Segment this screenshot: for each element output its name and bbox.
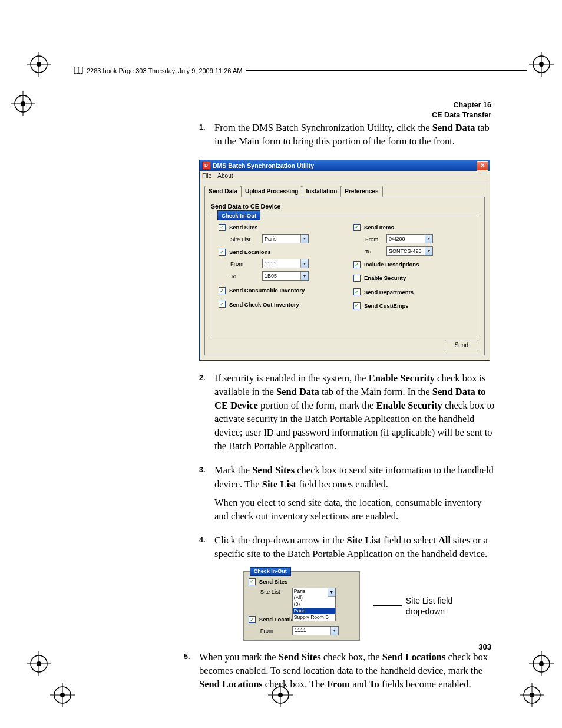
label-include-desc: Include Descriptions	[364, 261, 419, 268]
book-header-text: 2283.book Page 303 Thursday, July 9, 200…	[87, 67, 242, 74]
site-list-dropdown-open[interactable]: ▼ Paris (All) (0) Paris Supply Room B	[292, 588, 336, 621]
menu-about[interactable]: About	[217, 173, 233, 179]
right-column: ✓ Send Items From 04I200 ▼	[353, 223, 471, 312]
list-item[interactable]: (0)	[293, 601, 335, 608]
checkbox-send-sites[interactable]: ✓	[249, 578, 256, 585]
crop-mark	[50, 683, 75, 707]
chapter-title: CE Data Transfer	[432, 110, 491, 120]
checkbox-send-items[interactable]: ✓	[353, 224, 361, 231]
step-2: 2. If security is enabled in the system,…	[199, 371, 497, 458]
fieldset-legend: Check In-Out	[217, 210, 260, 220]
section-title: Send Data to CE Device	[211, 202, 478, 211]
combo-items-from[interactable]: 04I200 ▼	[386, 234, 433, 243]
step-text: Click the drop-down arrow in the Site Li…	[214, 533, 497, 561]
crop-mark	[11, 91, 35, 116]
step-1: 1. From the DMS Batch Synchronization Ut…	[199, 121, 497, 153]
menu-file[interactable]: File	[202, 173, 211, 179]
chevron-down-icon[interactable]: ▼	[300, 235, 308, 243]
tab-send-data[interactable]: Send Data	[204, 186, 242, 197]
chapter-header: Chapter 16 CE Data Transfer	[432, 100, 491, 120]
checkbox-enable-security[interactable]	[353, 275, 361, 282]
checkbox-send-locations[interactable]: ✓	[219, 249, 226, 256]
checkbox-include-desc[interactable]: ✓	[353, 261, 361, 268]
step-text: Mark the Send Sites check box to send si…	[214, 463, 497, 490]
svg-point-23	[60, 693, 65, 697]
list-item[interactable]: Supply Room B	[293, 614, 335, 621]
step-5: 5. When you mark the Send Sites check bo…	[184, 650, 497, 696]
chevron-down-icon[interactable]: ▼	[330, 627, 338, 635]
checkbox-send-consumable[interactable]: ✓	[219, 287, 226, 294]
label-items-from: From	[365, 235, 383, 243]
combo-loc-from[interactable]: 1111 ▼	[262, 259, 309, 268]
label-items-to: To	[365, 248, 383, 255]
label-send-departments: Send Departments	[364, 288, 414, 296]
label-send-checkout: Send Check Out Inventory	[229, 301, 299, 308]
chevron-down-icon[interactable]: ▼	[328, 588, 335, 597]
figure-dms-window: D DMS Batch Synchronization Utility ✕ Fi…	[199, 160, 497, 361]
label-send-items: Send Items	[364, 223, 394, 231]
svg-point-15	[37, 661, 41, 666]
combo-site-list[interactable]: Paris ▼	[262, 234, 309, 243]
chevron-down-icon[interactable]: ▼	[300, 259, 308, 268]
checkbox-send-custemps[interactable]: ✓	[353, 302, 361, 309]
svg-point-3	[37, 62, 41, 67]
checkbox-send-checkout[interactable]: ✓	[219, 301, 226, 308]
svg-point-11	[21, 101, 25, 106]
step-4: 4. Click the drop-down arrow in the Site…	[199, 533, 497, 565]
tabs: Send Data Upload Processing Installation…	[204, 186, 485, 197]
fieldset-legend: Check In-Out	[250, 567, 291, 576]
label-from: From	[260, 627, 289, 634]
close-icon[interactable]: ✕	[477, 161, 488, 171]
label-send-sites: Send Sites	[259, 578, 288, 585]
svg-point-31	[530, 693, 534, 697]
checkbox-send-locations[interactable]: ✓	[249, 616, 256, 623]
chevron-down-icon[interactable]: ▼	[300, 272, 308, 280]
page-number: 303	[478, 643, 491, 651]
titlebar: D DMS Batch Synchronization Utility ✕	[200, 160, 490, 171]
label-site-list: Site List	[230, 235, 259, 243]
crop-mark	[529, 52, 554, 77]
step-number: 1.	[199, 121, 214, 153]
step-text: From the DMS Batch Synchronization Utili…	[214, 121, 497, 148]
checkbox-send-sites[interactable]: ✓	[219, 224, 226, 231]
combo-loc-to[interactable]: 1B05 ▼	[262, 271, 309, 281]
book-icon	[74, 67, 83, 74]
chapter-number: Chapter 16	[432, 100, 491, 110]
label-site-list: Site List	[260, 588, 289, 595]
book-header-line: 2283.book Page 303 Thursday, July 9, 200…	[74, 67, 527, 74]
step-number: 4.	[199, 533, 214, 565]
step-3: 3. Mark the Send Sites check box to send…	[199, 463, 497, 527]
tab-installation[interactable]: Installation	[302, 186, 341, 197]
chevron-down-icon[interactable]: ▼	[425, 235, 432, 243]
checkbox-send-departments[interactable]: ✓	[353, 288, 361, 295]
step-text: When you mark the Send Sites check box, …	[199, 650, 497, 691]
callout-text: Site List field drop-down	[406, 595, 452, 617]
label-enable-security: Enable Security	[364, 274, 406, 282]
label-send-consumable: Send Consumable Inventory	[229, 286, 305, 294]
svg-point-19	[539, 661, 544, 666]
mini-fieldset: Check In-Out ✓ Send Sites Site List ▼ Pa…	[243, 571, 360, 641]
tab-panel: Send Data to CE Device Check In-Out ✓ Se…	[204, 197, 485, 355]
step-text: If security is enabled in the system, th…	[214, 371, 497, 453]
label-to: To	[230, 272, 259, 280]
step-number: 2.	[199, 371, 214, 458]
menubar: File About	[200, 171, 490, 182]
combo-items-to[interactable]: SONTCS-490 ▼	[386, 246, 433, 256]
svg-point-7	[539, 62, 544, 67]
send-button[interactable]: Send	[445, 340, 478, 351]
crop-mark	[529, 651, 554, 676]
step-number: 5.	[184, 650, 199, 696]
chevron-down-icon[interactable]: ▼	[425, 247, 432, 255]
step-number: 3.	[199, 463, 214, 527]
list-item-selected[interactable]: Paris	[293, 608, 335, 614]
crop-mark	[27, 52, 51, 77]
crop-mark	[27, 651, 51, 676]
tab-upload-processing[interactable]: Upload Processing	[241, 186, 303, 197]
dms-window: D DMS Batch Synchronization Utility ✕ Fi…	[199, 160, 490, 361]
window-title: DMS Batch Synchronization Utility	[213, 162, 314, 170]
label-send-sites: Send Sites	[229, 223, 258, 231]
combo-loc-from[interactable]: 1111 ▼	[292, 626, 339, 635]
tab-preferences[interactable]: Preferences	[340, 186, 382, 197]
app-icon: D	[202, 162, 210, 170]
callout-connector	[373, 605, 402, 606]
